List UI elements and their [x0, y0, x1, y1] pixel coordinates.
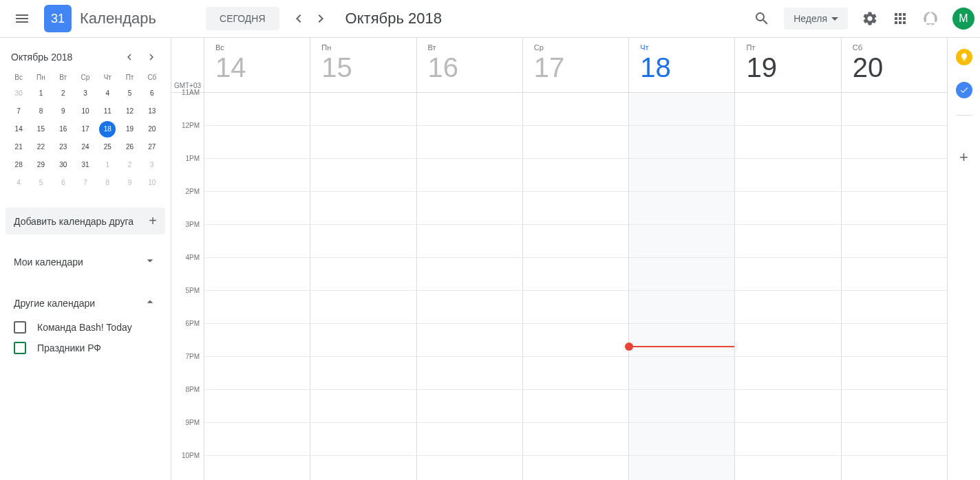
hour-cell[interactable]: [523, 93, 628, 126]
main-menu-button[interactable]: [6, 2, 39, 35]
hour-cell[interactable]: [417, 291, 522, 324]
mini-day-cell[interactable]: 28: [10, 157, 27, 173]
hour-cell[interactable]: [523, 357, 628, 390]
hour-cell[interactable]: [629, 258, 734, 291]
account-avatar[interactable]: M: [952, 8, 974, 30]
mini-day-cell[interactable]: 5: [122, 85, 138, 102]
mini-day-cell[interactable]: 11: [99, 103, 116, 120]
tasks-addon[interactable]: [956, 82, 972, 98]
hour-cell[interactable]: [204, 225, 310, 258]
my-calendars-toggle[interactable]: Мои календари: [6, 248, 165, 276]
hour-cell[interactable]: [842, 159, 947, 192]
hour-cell[interactable]: [629, 324, 734, 357]
other-calendars-toggle[interactable]: Другие календари: [6, 290, 165, 317]
hour-cell[interactable]: [310, 357, 416, 390]
mini-day-cell[interactable]: 6: [144, 85, 160, 102]
hour-cell[interactable]: [310, 93, 416, 126]
day-body[interactable]: [523, 93, 628, 480]
mini-day-cell[interactable]: 3: [144, 157, 160, 173]
hour-cell[interactable]: [629, 456, 734, 480]
mini-day-cell[interactable]: 12: [122, 103, 138, 120]
mini-day-cell[interactable]: 13: [144, 103, 160, 120]
hour-cell[interactable]: [629, 126, 734, 159]
mini-day-cell[interactable]: 29: [32, 157, 49, 173]
mini-day-cell[interactable]: 25: [99, 139, 116, 155]
search-button[interactable]: [748, 5, 776, 32]
mini-day-cell[interactable]: 16: [55, 121, 72, 138]
prev-week-button[interactable]: [288, 8, 310, 30]
mini-day-cell[interactable]: 23: [55, 139, 72, 155]
mini-day-cell[interactable]: 4: [10, 175, 27, 191]
day-column[interactable]: Ср17: [522, 38, 628, 480]
mini-day-cell[interactable]: 5: [32, 175, 49, 191]
day-header[interactable]: Ср17: [523, 38, 628, 93]
hour-cell[interactable]: [204, 192, 310, 225]
calendar-checkbox[interactable]: [14, 342, 26, 354]
day-column[interactable]: Пн15: [310, 38, 416, 480]
day-column[interactable]: Вс14: [204, 38, 310, 480]
mini-day-cell[interactable]: 6: [55, 175, 72, 191]
hour-cell[interactable]: [735, 390, 840, 423]
mini-day-cell[interactable]: 4: [99, 85, 116, 102]
add-addon-button[interactable]: +: [959, 149, 968, 166]
mini-day-cell[interactable]: 21: [10, 139, 27, 155]
hour-cell[interactable]: [204, 423, 310, 456]
hour-cell[interactable]: [842, 390, 947, 423]
hour-cell[interactable]: [417, 192, 522, 225]
hour-cell[interactable]: [842, 357, 947, 390]
day-header[interactable]: Чт18: [629, 38, 734, 93]
notifications-button[interactable]: [917, 5, 944, 32]
day-body[interactable]: [310, 93, 416, 480]
day-body[interactable]: [629, 93, 734, 480]
mini-prev-month[interactable]: [121, 49, 138, 65]
day-body[interactable]: [842, 93, 947, 480]
hour-cell[interactable]: [204, 357, 310, 390]
hour-cell[interactable]: [629, 390, 734, 423]
hour-cell[interactable]: [629, 291, 734, 324]
mini-day-cell[interactable]: 9: [55, 103, 72, 120]
hour-cell[interactable]: [629, 225, 734, 258]
hour-cell[interactable]: [735, 126, 840, 159]
hour-cell[interactable]: [735, 357, 840, 390]
hour-cell[interactable]: [310, 159, 416, 192]
hour-cell[interactable]: [204, 456, 310, 480]
hour-cell[interactable]: [842, 324, 947, 357]
hour-cell[interactable]: [523, 159, 628, 192]
hour-cell[interactable]: [523, 390, 628, 423]
mini-day-cell[interactable]: 20: [144, 121, 160, 138]
hour-cell[interactable]: [842, 423, 947, 456]
mini-day-cell[interactable]: 10: [144, 175, 160, 191]
hour-cell[interactable]: [523, 456, 628, 480]
mini-day-cell[interactable]: 15: [32, 121, 49, 138]
day-column[interactable]: Чт18: [628, 38, 734, 480]
hour-cell[interactable]: [523, 291, 628, 324]
hour-cell[interactable]: [842, 225, 947, 258]
day-column[interactable]: Вт16: [416, 38, 522, 480]
hour-cell[interactable]: [417, 423, 522, 456]
day-header[interactable]: Вт16: [417, 38, 522, 93]
hour-cell[interactable]: [629, 159, 734, 192]
hour-cell[interactable]: [417, 225, 522, 258]
hour-cell[interactable]: [204, 258, 310, 291]
hour-cell[interactable]: [629, 192, 734, 225]
day-body[interactable]: [204, 93, 310, 480]
mini-day-cell[interactable]: 3: [77, 85, 94, 102]
calendar-checkbox[interactable]: [14, 321, 26, 334]
hour-cell[interactable]: [842, 456, 947, 480]
mini-day-cell[interactable]: 18: [99, 121, 116, 138]
hour-cell[interactable]: [735, 192, 840, 225]
hour-cell[interactable]: [417, 258, 522, 291]
day-header[interactable]: Вс14: [204, 38, 310, 93]
hour-cell[interactable]: [735, 291, 840, 324]
hour-cell[interactable]: [523, 192, 628, 225]
mini-day-cell[interactable]: 27: [144, 139, 160, 155]
view-selector[interactable]: Неделя: [784, 8, 848, 30]
day-body[interactable]: [417, 93, 522, 480]
hour-cell[interactable]: [735, 258, 840, 291]
mini-day-cell[interactable]: 8: [32, 103, 49, 120]
hour-cell[interactable]: [417, 93, 522, 126]
hour-cell[interactable]: [735, 423, 840, 456]
hour-cell[interactable]: [310, 192, 416, 225]
hour-cell[interactable]: [735, 93, 840, 126]
day-header[interactable]: Пт19: [735, 38, 840, 93]
